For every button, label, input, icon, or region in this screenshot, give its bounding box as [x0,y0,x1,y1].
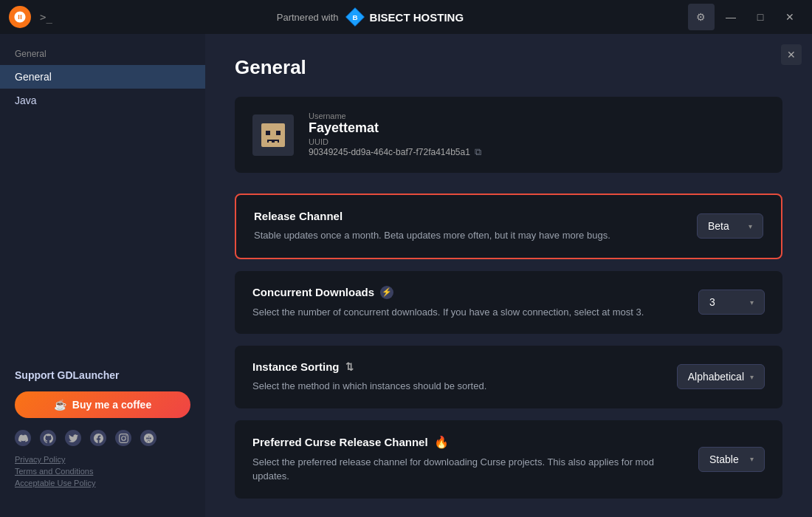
user-info: Username Fayettemat UUID 90349245-dd9a-4… [309,112,765,158]
coffee-icon: ☕ [54,399,66,411]
buy-coffee-button[interactable]: ☕ Buy me a coffee [15,391,190,418]
main-area: General General Java Support GDLauncher … [0,34,812,517]
concurrent-downloads-left: Concurrent Downloads ⚡ Select the number… [252,286,684,320]
titlebar-center: Partnered with B BISECT HOSTING [277,7,464,27]
uuid-label: UUID [309,137,765,146]
instance-sorting-left: Instance Sorting ⇅ Select the method in … [252,360,662,394]
concurrent-downloads-desc: Select the number of concurrent download… [252,305,684,320]
release-channel-desc: Stable updates once a month. Beta update… [254,228,682,243]
chevron-down-icon: ▾ [750,455,754,463]
curse-release-section: Preferred Curse Release Channel 🔥 Select… [235,420,782,499]
instagram-icon[interactable] [115,430,131,446]
svg-rect-3 [261,123,285,147]
svg-rect-7 [269,141,272,143]
release-channel-dropdown[interactable]: Beta ▾ [697,213,763,239]
curse-release-left: Preferred Curse Release Channel 🔥 Select… [252,435,684,484]
svg-rect-8 [275,141,278,143]
sidebar-section-label: General [0,49,205,65]
content-area: ✕ General Username F [205,34,812,517]
website-icon[interactable] [140,430,156,446]
concurrent-downloads-title: Concurrent Downloads ⚡ [252,286,684,299]
app-icon [9,6,31,28]
avatar [252,114,294,156]
curse-release-title: Preferred Curse Release Channel 🔥 [252,435,684,449]
chevron-down-icon: ▾ [750,298,754,307]
svg-rect-5 [276,131,281,135]
curse-release-desc: Select the preferred release channel for… [252,455,684,484]
instance-sorting-title: Instance Sorting ⇅ [252,360,662,373]
social-icons [15,430,190,446]
page-title: General [235,56,782,79]
close-button[interactable]: ✕ [777,4,803,30]
copy-icon[interactable]: ⧉ [475,146,481,158]
sidebar-item-java[interactable]: Java [0,89,205,112]
info-icon[interactable]: ⚡ [380,286,393,299]
username-label: Username [309,112,765,120]
buy-coffee-label: Buy me a coffee [72,399,151,411]
settings-button[interactable]: ⚙ [688,4,715,30]
discord-icon[interactable] [15,430,31,446]
instance-sorting-value: Alphabetical [688,371,744,383]
instance-sorting-desc: Select the method in which instances sho… [252,379,662,394]
flame-icon: 🔥 [434,435,449,449]
release-channel-left: Release Channel Stable updates once a mo… [254,210,682,243]
instance-sorting-dropdown[interactable]: Alphabetical ▾ [677,364,765,389]
uuid-text: 90349245-dd9a-464c-baf7-f72fa414b5a1 [309,147,470,157]
terminal-button[interactable]: >_ [40,11,52,23]
concurrent-downloads-dropdown[interactable]: 3 ▾ [698,290,765,315]
titlebar-left: >_ [9,6,52,28]
content-close-button[interactable]: ✕ [781,44,802,65]
minimize-button[interactable]: — [718,4,744,30]
release-channel-title: Release Channel [254,210,682,222]
curse-release-dropdown[interactable]: Stable ▾ [698,447,765,472]
concurrent-downloads-section: Concurrent Downloads ⚡ Select the number… [235,271,782,335]
sidebar: General General Java Support GDLauncher … [0,34,205,517]
maximize-button[interactable]: □ [747,4,774,30]
bisect-logo: B BISECT HOSTING [345,7,464,27]
sidebar-bottom: Support GDLauncher ☕ Buy me a coffee [0,355,205,502]
facebook-icon[interactable] [90,430,106,446]
user-card: Username Fayettemat UUID 90349245-dd9a-4… [235,97,782,173]
support-title: Support GDLauncher [15,369,190,381]
username-value: Fayettemat [309,120,765,136]
footer-links: Privacy Policy Terms and Conditions Acce… [15,455,190,487]
release-channel-value: Beta [708,220,729,232]
bisect-name: BISECT HOSTING [370,11,464,24]
release-channel-section: Release Channel Stable updates once a mo… [235,194,782,259]
chevron-down-icon: ▾ [750,373,754,381]
concurrent-downloads-value: 3 [709,296,715,308]
sort-icon: ⇅ [345,361,354,372]
svg-text:B: B [352,13,357,21]
twitter-icon[interactable] [65,430,81,446]
uuid-value: 90349245-dd9a-464c-baf7-f72fa414b5a1 ⧉ [309,146,765,158]
chevron-down-icon: ▾ [749,222,752,230]
titlebar-controls: ⚙ — □ ✕ [688,4,803,30]
svg-rect-4 [266,131,270,135]
sidebar-item-general[interactable]: General [0,65,205,89]
titlebar: >_ Partnered with B BISECT HOSTING ⚙ — □… [0,0,812,34]
curse-release-value: Stable [709,453,739,465]
instance-sorting-section: Instance Sorting ⇅ Select the method in … [235,346,782,408]
terms-link[interactable]: Terms and Conditions [15,467,190,476]
privacy-policy-link[interactable]: Privacy Policy [15,455,190,464]
acceptable-use-link[interactable]: Acceptable Use Policy [15,479,190,487]
partnered-text: Partnered with [277,12,339,23]
github-icon[interactable] [40,430,56,446]
